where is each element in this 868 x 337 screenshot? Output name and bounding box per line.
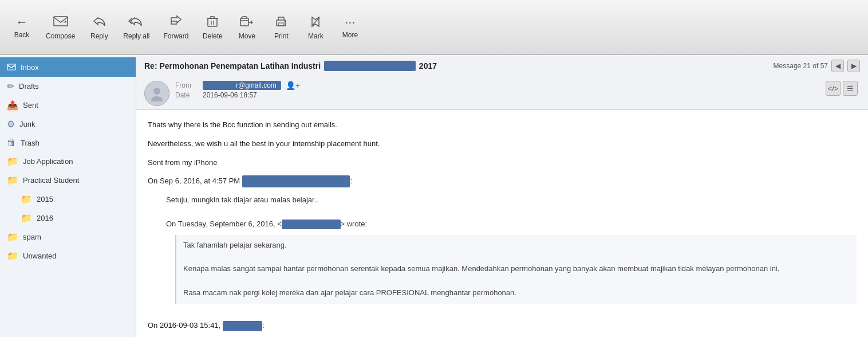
print-button[interactable]: Print	[265, 10, 297, 45]
practical-student-icon: 📁	[7, 175, 18, 186]
quoted-prefix: On Tuesday, September 6, 2016, < > wrote…	[166, 218, 857, 230]
sidebar-item-label: Job Application	[23, 157, 73, 166]
sidebar-item-label: Trash	[21, 139, 40, 147]
delete-label: Delete	[203, 32, 223, 40]
spam-icon: 📁	[7, 232, 18, 242]
email-subject-bar: Re: Permohonan Penempatan Latihan Indust…	[144, 60, 860, 76]
sidebar-item-job-application[interactable]: 📁 Job Application	[0, 152, 136, 171]
svg-point-5	[284, 21, 285, 22]
subject-year: 2017	[419, 61, 437, 70]
sidebar-item-label: 2016	[37, 214, 53, 222]
svg-point-9	[151, 96, 163, 101]
sidebar-item-inbox[interactable]: Inbox	[0, 57, 136, 77]
sidebar-item-practical-student[interactable]: 📁 Practical Student	[0, 171, 136, 190]
sidebar-item-trash[interactable]: 🗑 Trash	[0, 134, 136, 152]
reply-button[interactable]: Reply	[83, 10, 115, 45]
footer-date: On 2016-09-03 15:41, :	[148, 320, 857, 332]
back-button[interactable]: ← Back	[6, 11, 38, 44]
sidebar-item-junk[interactable]: ⚙ Junk	[0, 115, 136, 134]
forward-icon	[168, 15, 183, 30]
email-action-icons: </> ☰	[826, 81, 858, 96]
quoted-inner-line-2: Kenapa malas sangat sampai hantar permoh…	[183, 263, 850, 275]
svg-point-8	[153, 88, 160, 95]
more-label: More	[342, 31, 358, 39]
svg-rect-1	[208, 18, 217, 26]
trash-icon: 🗑	[7, 138, 16, 148]
more-icon: ···	[345, 16, 355, 29]
back-label: Back	[14, 31, 30, 39]
sidebar-item-sent[interactable]: 📤 Sent	[0, 96, 136, 115]
sidebar-item-label: Junk	[19, 120, 35, 128]
sidebar-item-label: 2015	[37, 195, 53, 203]
mark-icon	[309, 15, 322, 30]
sidebar-item-label: Unwanted	[23, 252, 57, 260]
body-line-2: Nevertheless, we wish u all the best in …	[148, 138, 857, 150]
main-layout: Inbox ✏ Drafts 📤 Sent ⚙ Junk 🗑 Trash 📁 J…	[0, 55, 868, 337]
email-header: Re: Permohonan Penempatan Latihan Indust…	[136, 55, 868, 110]
sidebar-item-unwanted[interactable]: 📁 Unwanted	[0, 246, 136, 265]
menu-button[interactable]: ☰	[843, 81, 858, 96]
2016-icon: 📁	[21, 213, 32, 224]
from-address: r@gmail.com	[203, 81, 281, 90]
sidebar-item-label: Practical Student	[23, 176, 79, 185]
from-row: From r@gmail.com 👤+	[175, 81, 820, 90]
move-icon	[239, 15, 254, 30]
mark-button[interactable]: Mark	[299, 10, 332, 45]
from-label: From	[175, 81, 198, 89]
delete-button[interactable]: Delete	[196, 10, 228, 45]
quoted-inner-line-1: Tak fahamlah pelajar sekarang.	[183, 240, 850, 252]
mark-label: Mark	[308, 32, 323, 40]
sidebar-item-label: Inbox	[21, 63, 39, 72]
quoted-inner: Tak fahamlah pelajar sekarang. Kenapa ma…	[175, 235, 857, 304]
prev-message-button[interactable]: ◀	[831, 60, 844, 72]
sidebar-item-label: spam	[23, 233, 41, 241]
add-contact-icon[interactable]: 👤+	[286, 81, 300, 90]
svg-rect-2	[240, 18, 248, 26]
subject-text: Re: Permohonan Penempatan Latihan Indust…	[144, 61, 321, 70]
subject-redacted	[324, 61, 416, 71]
email-meta: From r@gmail.com 👤+ Date 2016-09-06 18:5…	[144, 76, 860, 109]
2015-icon: 📁	[21, 194, 32, 205]
svg-rect-7	[7, 64, 15, 70]
reply-all-button[interactable]: Reply all	[117, 10, 155, 45]
sidebar-item-label: Sent	[23, 101, 38, 109]
print-icon	[274, 15, 288, 30]
compose-label: Compose	[46, 32, 75, 40]
more-button[interactable]: ··· More	[334, 11, 366, 44]
date-row: Date 2016-09-06 18:57	[175, 91, 820, 99]
sidebar: Inbox ✏ Drafts 📤 Sent ⚙ Junk 🗑 Trash 📁 J…	[0, 55, 136, 337]
move-button[interactable]: Move	[231, 10, 263, 45]
drafts-icon: ✏	[7, 81, 14, 92]
email-subject: Re: Permohonan Penempatan Latihan Indust…	[144, 61, 437, 71]
forward-label: Forward	[163, 32, 188, 40]
avatar	[144, 81, 169, 106]
sidebar-item-2016[interactable]: 📁 2016	[0, 209, 136, 228]
job-application-icon: 📁	[7, 156, 18, 167]
redacted-email-2	[282, 220, 341, 230]
message-counter: Message 21 of 57	[774, 62, 828, 70]
move-label: Move	[239, 32, 255, 40]
email-content: Re: Permohonan Penempatan Latihan Indust…	[136, 55, 868, 337]
date-value: 2016-09-06 18:57	[203, 91, 257, 99]
body-line-3: Sent from my iPhone	[148, 157, 857, 169]
email-body: Thats why there is the Bcc function in s…	[136, 110, 868, 337]
unwanted-icon: 📁	[7, 250, 18, 261]
email-meta-details: From r@gmail.com 👤+ Date 2016-09-06 18:5…	[175, 81, 820, 100]
next-message-button[interactable]: ▶	[847, 60, 860, 72]
sidebar-item-spam[interactable]: 📁 spam	[0, 228, 136, 246]
reply-icon	[92, 15, 106, 30]
quoted-line-1: Setuju, mungkin tak diajar atau malas be…	[166, 194, 857, 206]
sidebar-item-2015[interactable]: 📁 2015	[0, 190, 136, 209]
sent-icon: 📤	[7, 100, 18, 111]
compose-button[interactable]: Compose	[40, 10, 81, 45]
source-button[interactable]: </>	[826, 81, 841, 96]
forward-button[interactable]: Forward	[157, 10, 194, 45]
date-label: Date	[175, 91, 198, 99]
quoted-inner-line-3: Rasa macam nak pergi kolej mereka dan aj…	[183, 287, 850, 299]
redacted-email-1	[242, 175, 350, 187]
back-icon: ←	[15, 16, 28, 29]
sidebar-item-drafts[interactable]: ✏ Drafts	[0, 77, 136, 96]
email-nav: Message 21 of 57 ◀ ▶	[774, 60, 860, 72]
body-line-1: Thats why there is the Bcc function in s…	[148, 119, 857, 131]
body-line-4: On Sep 6, 2016, at 4:57 PM :	[148, 175, 857, 187]
